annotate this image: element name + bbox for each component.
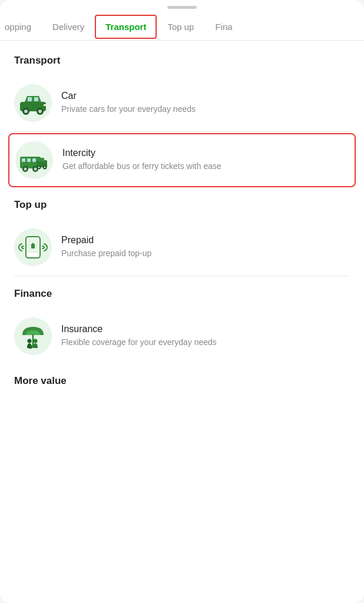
section-transport-header: Transport — [14, 55, 350, 67]
svg-point-5 — [24, 110, 28, 113]
intercity-item-title: Intercity — [62, 148, 349, 158]
intercity-item-text: Intercity Get affordable bus or ferry ti… — [62, 148, 349, 173]
tab-transport[interactable]: Transport — [95, 15, 157, 39]
tab-bar: opping Delivery Transport Top up Fina — [0, 14, 364, 41]
intercity-item-desc: Get affordable bus or ferry tickets with… — [62, 161, 349, 173]
insurance-item-title: Insurance — [61, 324, 350, 334]
phone-container: opping Delivery Transport Top up Fina Tr… — [0, 0, 364, 603]
car-item-title: Car — [61, 91, 350, 101]
tab-delivery[interactable]: Delivery — [42, 14, 95, 40]
section-finance: Finance — [14, 288, 350, 363]
svg-point-31 — [34, 339, 38, 343]
svg-rect-11 — [22, 158, 25, 162]
section-morevalue-header: More value — [14, 375, 350, 387]
list-item-insurance[interactable]: Insurance Flexible coverage for your eve… — [14, 309, 350, 363]
tab-topup[interactable]: Top up — [157, 14, 204, 40]
section-finance-header: Finance — [14, 288, 350, 300]
svg-point-17 — [34, 168, 37, 171]
svg-point-7 — [38, 110, 42, 113]
section-transport: Transport — [14, 55, 350, 187]
svg-rect-3 — [34, 97, 38, 101]
drag-handle — [167, 6, 197, 9]
prepaid-icon — [14, 228, 52, 266]
svg-point-30 — [28, 339, 32, 343]
list-item-prepaid[interactable]: Prepaid Purchase prepaid top-up — [14, 220, 350, 274]
car-icon — [14, 84, 52, 122]
section-morevalue: More value — [14, 375, 350, 387]
section-topup: Top up — [14, 199, 350, 276]
divider-prepaid — [14, 276, 350, 276]
svg-rect-12 — [27, 158, 31, 162]
content-area: Transport — [0, 41, 364, 408]
car-item-desc: Private cars for your everyday needs — [61, 104, 350, 115]
insurance-item-text: Insurance Flexible coverage for your eve… — [61, 324, 350, 349]
list-item-intercity[interactable]: Intercity Get affordable bus or ferry ti… — [8, 133, 356, 187]
svg-point-21 — [38, 167, 40, 168]
intercity-icon — [15, 141, 53, 179]
svg-rect-2 — [28, 97, 32, 101]
svg-point-15 — [24, 168, 27, 171]
svg-rect-19 — [37, 158, 44, 161]
divider-car-intercity — [14, 131, 350, 132]
insurance-item-desc: Flexible coverage for your everyday need… — [61, 337, 350, 349]
section-topup-header: Top up — [14, 199, 350, 211]
car-item-text: Car Private cars for your everyday needs — [61, 91, 350, 115]
list-item-car[interactable]: Car Private cars for your everyday needs — [14, 76, 350, 130]
prepaid-item-title: Prepaid — [61, 235, 350, 246]
svg-rect-8 — [44, 104, 47, 106]
tab-finance[interactable]: Fina — [204, 14, 234, 40]
prepaid-item-text: Prepaid Purchase prepaid top-up — [61, 235, 350, 260]
svg-point-23 — [44, 167, 46, 168]
insurance-icon — [14, 317, 52, 355]
prepaid-item-desc: Purchase prepaid top-up — [61, 248, 350, 260]
tab-shopping[interactable]: opping — [2, 14, 42, 40]
svg-rect-13 — [32, 158, 36, 162]
